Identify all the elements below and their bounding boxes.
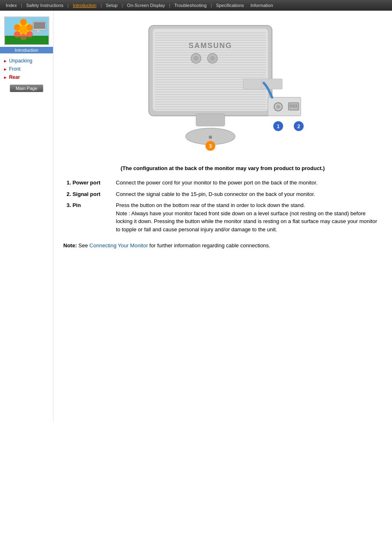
svg-text:2: 2 xyxy=(297,124,300,129)
nav-introduction[interactable]: Introduction xyxy=(69,0,99,11)
sidebar-link-rear[interactable]: ► Rear xyxy=(0,73,53,81)
svg-text:3: 3 xyxy=(209,143,212,149)
nav-setup[interactable]: Setup xyxy=(102,0,121,11)
nav-sep-6: | xyxy=(210,3,213,8)
svg-rect-53 xyxy=(196,114,225,126)
nav-index[interactable]: Index xyxy=(2,0,20,11)
diagram-caption: (The configuration at the back of the mo… xyxy=(63,165,382,171)
nav-sep-5: | xyxy=(168,3,171,8)
svg-point-9 xyxy=(19,25,28,34)
connecting-monitor-link[interactable]: Connecting Your Monitor xyxy=(90,242,148,249)
table-row: 3. Pin Press the button on the bottom re… xyxy=(63,200,382,235)
note-text: See xyxy=(78,242,90,249)
sidebar: Introduction ► Unpacking ► Front ► Rear … xyxy=(0,11,53,421)
item-desc-3: Press the button on the bottom rear of t… xyxy=(113,200,382,235)
svg-point-7 xyxy=(26,31,33,38)
svg-point-8 xyxy=(20,34,27,40)
arrow-icon-unpacking: ► xyxy=(3,59,7,63)
svg-text:SAMSUNG: SAMSUNG xyxy=(189,41,232,50)
svg-rect-1 xyxy=(5,36,49,45)
nav-sep-2: | xyxy=(67,3,69,8)
nav-information[interactable]: Information xyxy=(247,0,277,11)
item-label-3: 3. Pin xyxy=(63,200,113,235)
nav-sep-4: | xyxy=(121,3,124,8)
main-page-button[interactable]: Main Page xyxy=(10,85,43,92)
main-content: SAMSUNG xyxy=(53,11,392,421)
svg-point-3 xyxy=(20,19,27,25)
svg-text:1: 1 xyxy=(277,124,280,129)
top-navigation: Index | Safety Instructions | Introducti… xyxy=(0,0,392,11)
sidebar-link-front[interactable]: ► Front xyxy=(0,65,53,73)
item-desc-1: Connect the power cord for your monitor … xyxy=(113,177,382,189)
table-row: 2. Signal port Connect the signal cable … xyxy=(63,189,382,200)
arrow-icon-rear: ► xyxy=(3,75,7,80)
item-label-1: 1. Power port xyxy=(63,177,113,189)
sidebar-intro-label: Introduction xyxy=(0,47,53,53)
description-section: (The configuration at the back of the mo… xyxy=(63,165,382,250)
nav-osd[interactable]: On-Screen Display xyxy=(124,0,168,11)
svg-point-50 xyxy=(194,56,198,61)
nav-sep-3: | xyxy=(100,3,103,8)
nav-specifications[interactable]: Specifications xyxy=(213,0,247,11)
main-layout: Introduction ► Unpacking ► Front ► Rear … xyxy=(0,11,392,421)
description-table: 1. Power port Connect the power cord for… xyxy=(63,177,382,235)
nav-safety[interactable]: Safety Instructions xyxy=(23,0,67,11)
svg-rect-11 xyxy=(34,22,45,29)
item-label-2: 2. Signal port xyxy=(63,189,113,200)
note-label: Note: xyxy=(63,242,77,249)
svg-point-59 xyxy=(276,105,280,109)
svg-rect-13 xyxy=(35,32,42,33)
monitor-image-area: SAMSUNG xyxy=(63,17,382,157)
svg-point-52 xyxy=(210,56,215,61)
svg-point-6 xyxy=(14,31,21,38)
item-desc-2: Connect the signal cable to the 15-pin, … xyxy=(113,189,382,200)
note-suffix: for further information regarding cable … xyxy=(150,242,270,249)
note-section: Note: See Connecting Your Monitor for fu… xyxy=(63,242,382,250)
svg-point-72 xyxy=(209,136,212,139)
nav-troubleshooting[interactable]: Troubleshooting xyxy=(171,0,210,11)
monitor-diagram: SAMSUNG xyxy=(116,17,330,157)
table-row: 1. Power port Connect the power cord for… xyxy=(63,177,382,189)
svg-rect-55 xyxy=(243,79,264,89)
nav-sep-1: | xyxy=(20,3,23,8)
arrow-icon-front: ► xyxy=(3,67,7,71)
sidebar-link-unpacking[interactable]: ► Unpacking xyxy=(0,57,53,65)
intro-thumbnail xyxy=(4,16,49,45)
